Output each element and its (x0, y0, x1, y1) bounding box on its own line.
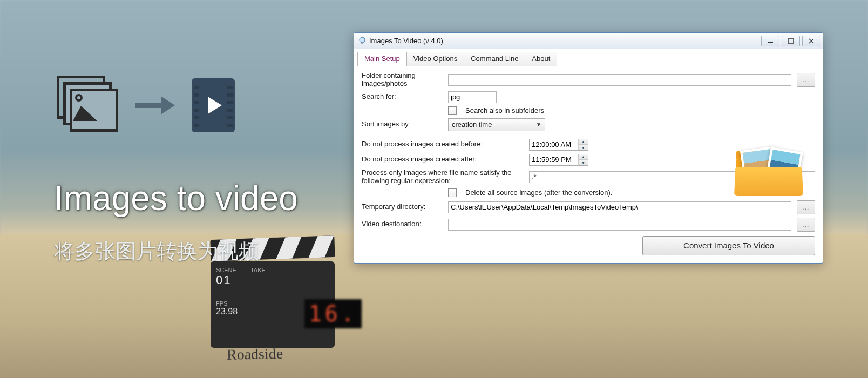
delete-source-checkbox[interactable] (448, 188, 457, 197)
close-button[interactable] (802, 36, 820, 46)
sort-by-combo[interactable]: creation time ▼ (448, 118, 545, 131)
search-for-input[interactable] (448, 91, 497, 103)
tab-command-line[interactable]: Command Line (464, 52, 525, 66)
tab-main-setup[interactable]: Main Setup (357, 52, 407, 66)
titlebar[interactable]: Images To Video (v 4.0) (354, 33, 823, 49)
sort-by-value: creation time (452, 120, 492, 129)
not-after-spinner[interactable]: ▲▼ (529, 154, 588, 166)
images-stack-icon (57, 76, 121, 135)
search-for-label: Search for: (362, 93, 443, 101)
arrow-icon (135, 97, 178, 113)
destination-label: Video destionation: (362, 220, 443, 228)
delete-source-label: Delete all source images (after the conv… (465, 188, 612, 197)
minimize-button[interactable] (761, 36, 779, 46)
app-icon (358, 37, 366, 45)
spin-up-icon[interactable]: ▲ (579, 139, 588, 145)
svg-point-0 (360, 37, 365, 43)
sort-by-label: Sort images by (362, 120, 443, 129)
tempdir-input[interactable] (448, 201, 791, 213)
folder-input[interactable] (448, 74, 791, 86)
chevron-down-icon: ▼ (536, 122, 541, 127)
spin-down-icon[interactable]: ▼ (579, 145, 588, 150)
not-after-label: Do not process images created after: (362, 156, 524, 164)
spin-up-icon[interactable]: ▲ (579, 154, 588, 160)
svg-rect-1 (361, 43, 363, 44)
not-before-input[interactable] (530, 139, 578, 150)
svg-rect-3 (788, 39, 794, 43)
folder-illustration (731, 137, 806, 196)
app-window: Images To Video (v 4.0) Main Setup Video… (354, 32, 823, 264)
hero-diagram (57, 76, 235, 135)
tab-about[interactable]: About (525, 52, 557, 66)
not-before-spinner[interactable]: ▲▼ (529, 139, 588, 151)
folder-label: Folder containing images/photos (362, 72, 443, 88)
main-panel: Folder containing images/photos ... Sear… (354, 66, 823, 263)
destination-input[interactable] (448, 219, 791, 231)
folder-browse-button[interactable]: ... (797, 73, 815, 87)
tab-video-options[interactable]: Video Options (406, 52, 464, 66)
tab-strip: Main Setup Video Options Command Line Ab… (354, 49, 823, 66)
not-after-input[interactable] (530, 154, 578, 165)
tempdir-label: Temporary directory: (362, 203, 443, 211)
hero-title: Images to video (54, 178, 298, 218)
subfolders-checkbox[interactable] (448, 106, 457, 115)
destination-browse-button[interactable]: ... (797, 218, 815, 232)
maximize-button[interactable] (782, 36, 800, 46)
not-before-label: Do not process images created before: (362, 140, 524, 148)
svg-rect-2 (768, 42, 773, 43)
convert-button[interactable]: Convert Images To Video (642, 236, 815, 255)
subfolders-label: Search also in subfolders (465, 106, 544, 114)
window-title: Images To Video (v 4.0) (369, 37, 761, 45)
hero-subtitle: 将多张图片转换为视频 (54, 238, 259, 265)
regex-label: Process only images where file name sati… (362, 169, 524, 185)
video-icon (192, 78, 235, 132)
spin-down-icon[interactable]: ▼ (579, 160, 588, 165)
tempdir-browse-button[interactable]: ... (797, 200, 815, 214)
